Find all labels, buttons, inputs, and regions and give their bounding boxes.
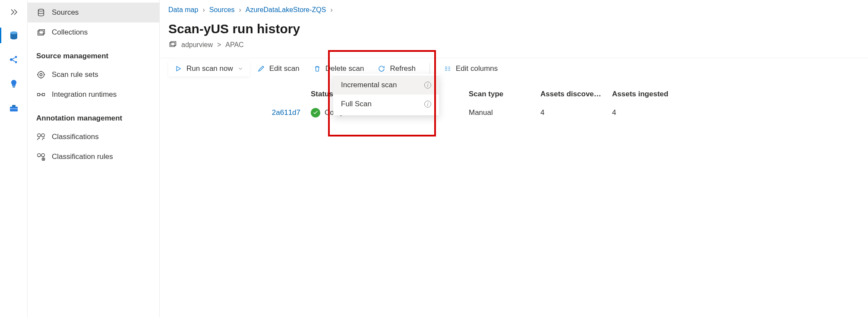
- info-icon[interactable]: i: [424, 101, 431, 108]
- dropdown-item-incremental-scan[interactable]: Incremental scan i: [333, 76, 439, 95]
- svg-rect-14: [38, 93, 40, 96]
- breadcrumb-data-map[interactable]: Data map: [168, 6, 198, 14]
- svg-point-4: [15, 61, 17, 63]
- edit-columns-button[interactable]: Edit columns: [438, 61, 504, 76]
- sidebar-item-label: Scan rule sets: [52, 70, 98, 79]
- table-row[interactable]: 2a611d7 Completed Full scan Manual 4 4: [168, 103, 859, 123]
- sidebar-group-source-management: Source management: [28, 42, 159, 65]
- dropdown-item-full-scan[interactable]: Full Scan i: [333, 95, 439, 114]
- svg-point-2: [10, 58, 13, 61]
- lightbulb-icon: [9, 79, 19, 89]
- sidebar-item-collections[interactable]: Collections: [28, 22, 159, 42]
- collection-root: adpurview: [181, 41, 213, 49]
- rail-management[interactable]: [3, 98, 24, 118]
- dropdown-item-label: Full Scan: [341, 100, 372, 108]
- svg-rect-22: [171, 41, 176, 45]
- scan-type-text: Manual: [469, 108, 493, 117]
- trash-icon: [313, 65, 321, 73]
- play-icon: [174, 65, 182, 73]
- svg-rect-10: [38, 31, 44, 35]
- table-header-row: Status i Run type Scan type Assets disco…: [168, 86, 859, 103]
- svg-rect-8: [10, 108, 18, 109]
- collection-path: adpurview > APAC: [168, 36, 859, 58]
- sidebar: Sources Collections Source management Sc…: [28, 0, 160, 317]
- rail-data-map[interactable]: [3, 25, 24, 46]
- edit-scan-button[interactable]: Edit scan: [251, 61, 306, 76]
- run-scan-dropdown: Incremental scan i Full Scan i: [333, 74, 439, 115]
- svg-point-1: [10, 32, 17, 34]
- run-scan-label: Run scan now: [186, 64, 233, 73]
- sidebar-item-sources[interactable]: Sources: [28, 3, 159, 22]
- svg-rect-5: [13, 86, 15, 88]
- svg-point-17: [41, 134, 44, 137]
- pencil-icon: [257, 65, 265, 73]
- sidebar-item-classifications[interactable]: Classifications: [28, 127, 159, 147]
- page-title: Scan-yUS run history: [168, 22, 859, 36]
- main-area: Data map › Sources › AzureDataLakeStore-…: [160, 0, 868, 317]
- edit-columns-label: Edit columns: [456, 64, 498, 73]
- svg-point-12: [38, 72, 44, 78]
- breadcrumb-source-name[interactable]: AzureDataLakeStore-ZQS: [246, 6, 326, 14]
- svg-point-19: [41, 154, 44, 157]
- run-scan-now-button[interactable]: Run scan now: [168, 61, 249, 76]
- expand-rail-button[interactable]: [3, 4, 24, 20]
- sidebar-item-label: Integration runtimes: [52, 90, 117, 99]
- database-outline-icon: [36, 8, 46, 17]
- breadcrumb-sources[interactable]: Sources: [209, 6, 235, 14]
- columns-icon: [444, 65, 451, 73]
- icon-rail: [0, 0, 28, 317]
- svg-point-13: [40, 73, 42, 76]
- col-assets-discovered[interactable]: Assets discove…: [540, 90, 612, 98]
- integration-icon: [36, 90, 46, 99]
- sidebar-item-scan-rule-sets[interactable]: Scan rule sets: [28, 65, 159, 85]
- collections-icon: [36, 28, 46, 37]
- delete-scan-label: Delete scan: [325, 64, 364, 73]
- sidebar-item-label: Classification rules: [52, 152, 113, 161]
- info-icon[interactable]: i: [424, 82, 431, 89]
- svg-point-9: [38, 9, 44, 11]
- svg-point-16: [38, 134, 41, 137]
- chevron-down-icon: [237, 66, 243, 72]
- dropdown-item-label: Incremental scan: [341, 81, 397, 89]
- classification-rules-icon: [36, 152, 46, 162]
- toolbar-divider: [429, 63, 430, 74]
- assets-ingested-text: 4: [612, 108, 616, 117]
- target-icon: [36, 70, 46, 79]
- edit-scan-label: Edit scan: [269, 64, 300, 73]
- col-scan-type[interactable]: Scan type: [469, 90, 540, 98]
- database-icon: [9, 30, 19, 41]
- svg-rect-6: [10, 107, 18, 111]
- breadcrumb: Data map › Sources › AzureDataLakeStore-…: [160, 0, 868, 18]
- chevron-right-icon: ›: [239, 6, 241, 14]
- svg-point-3: [15, 56, 17, 58]
- chevron-double-right-icon: [9, 7, 19, 17]
- rail-insights[interactable]: [3, 73, 24, 94]
- run-history-table: Status i Run type Scan type Assets disco…: [160, 79, 868, 130]
- classifications-icon: [36, 132, 46, 142]
- refresh-label: Refresh: [390, 64, 416, 73]
- sidebar-item-classification-rules[interactable]: Classification rules: [28, 147, 159, 167]
- refresh-icon: [378, 65, 385, 73]
- check-circle-icon: [311, 108, 320, 117]
- svg-rect-7: [12, 105, 16, 107]
- svg-point-18: [38, 154, 41, 157]
- toolbar: Run scan now Edit scan Delete scan Refre…: [160, 58, 868, 79]
- assets-discovered-text: 4: [540, 108, 544, 117]
- svg-rect-11: [39, 30, 44, 34]
- sidebar-group-annotation-management: Annotation management: [28, 105, 159, 127]
- chevron-right-icon: ›: [202, 6, 205, 14]
- chevron-right-icon: >: [217, 41, 221, 49]
- svg-rect-21: [170, 43, 175, 47]
- svg-rect-15: [42, 93, 45, 96]
- chevron-right-icon: ›: [330, 6, 332, 14]
- collection-leaf: APAC: [225, 41, 243, 49]
- rail-search[interactable]: [3, 49, 24, 70]
- toolbox-icon: [9, 103, 19, 113]
- sidebar-item-label: Classifications: [52, 133, 99, 141]
- run-id-link[interactable]: 2a611d7: [272, 108, 300, 117]
- col-assets-ingested[interactable]: Assets ingested: [612, 90, 684, 98]
- sidebar-item-label: Collections: [52, 28, 88, 37]
- sidebar-item-integration-runtimes[interactable]: Integration runtimes: [28, 85, 159, 105]
- nodes-icon: [9, 54, 19, 65]
- sidebar-item-label: Sources: [52, 8, 79, 17]
